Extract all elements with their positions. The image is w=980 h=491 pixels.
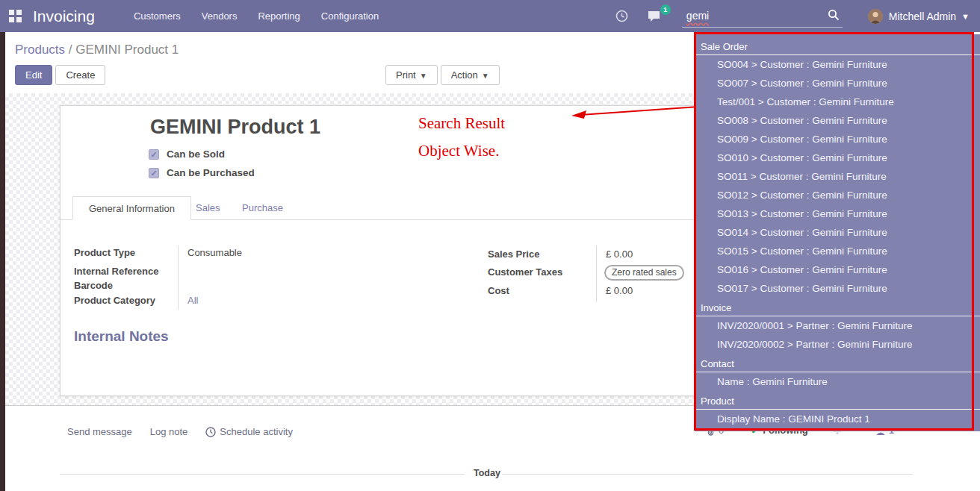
field-separator bbox=[178, 246, 179, 310]
action-dropdown-button[interactable]: Action▼ bbox=[441, 65, 500, 85]
avatar bbox=[868, 9, 883, 24]
left-edge-strip bbox=[0, 32, 5, 491]
can-be-sold-checkbox[interactable]: ✓ bbox=[149, 149, 159, 160]
clock-icon bbox=[615, 10, 628, 22]
product-type-label: Product Type bbox=[74, 247, 135, 258]
search-result-item[interactable]: Display Name : GEMINI Product 1 bbox=[695, 410, 980, 428]
message-count-badge: 1 bbox=[660, 4, 671, 15]
search-result-item[interactable]: SO007 > Customer : Gemini Furniture bbox=[695, 74, 980, 93]
edit-button[interactable]: Edit bbox=[15, 65, 52, 85]
product-type-value: Consumable bbox=[187, 247, 242, 258]
annotation-line1: Search Result bbox=[418, 110, 505, 137]
user-menu[interactable]: Mitchell Admin ▼ bbox=[868, 9, 970, 24]
product-category-label: Product Category bbox=[74, 295, 155, 306]
can-be-sold-label: Can be Sold bbox=[167, 148, 225, 160]
sales-price-value: £ 0.00 bbox=[606, 248, 633, 260]
schedule-activity-button[interactable]: Schedule activity bbox=[205, 426, 293, 437]
schedule-activity-label: Schedule activity bbox=[220, 426, 293, 437]
cost-label: Cost bbox=[488, 285, 509, 296]
divider-line bbox=[60, 474, 465, 475]
print-label: Print bbox=[396, 69, 416, 81]
can-be-sold-row: ✓ Can be Sold bbox=[149, 148, 225, 160]
annotation-arrow bbox=[564, 99, 702, 122]
send-message-button[interactable]: Send message bbox=[67, 426, 132, 437]
barcode-label: Barcode bbox=[74, 280, 113, 291]
schedule-clock-icon bbox=[205, 427, 216, 437]
search-result-item[interactable]: SO009 > Customer : Gemini Furniture bbox=[695, 130, 980, 148]
apps-grid-icon bbox=[9, 10, 22, 22]
customer-taxes-value: Zero rated sales bbox=[604, 265, 684, 281]
annotation-line2: Object Wise. bbox=[418, 137, 505, 165]
create-button[interactable]: Create bbox=[55, 65, 105, 85]
activities-button[interactable] bbox=[615, 10, 628, 22]
tab-general-information[interactable]: General Information bbox=[72, 196, 191, 220]
search-result-item[interactable]: SO014 > Customer : Gemini Furniture bbox=[695, 223, 980, 242]
search-result-item[interactable]: SO015 > Customer : Gemini Furniture bbox=[695, 242, 980, 260]
contact-results: Name : Gemini Furniture bbox=[695, 372, 980, 391]
search-result-item[interactable]: SO017 > Customer : Gemini Furniture bbox=[695, 279, 980, 298]
internal-reference-label: Internal Reference bbox=[74, 266, 158, 277]
field-separator bbox=[596, 246, 597, 302]
can-be-purchased-label: Can be Purchased bbox=[167, 167, 255, 178]
today-divider: Today bbox=[0, 468, 980, 480]
search-result-item[interactable]: INV/2020/0002 > Partner : Gemini Furnitu… bbox=[695, 335, 980, 354]
group-header-invoice: Invoice bbox=[695, 298, 980, 316]
search-value: gemi bbox=[682, 10, 709, 22]
search-result-item[interactable]: SO012 > Customer : Gemini Furniture bbox=[695, 186, 980, 204]
top-navbar: Invoicing CustomersVendorsReportingConfi… bbox=[0, 0, 980, 32]
group-header-sale-order: Sale Order bbox=[695, 37, 980, 55]
user-name: Mitchell Admin bbox=[889, 10, 956, 22]
search-input[interactable]: gemi bbox=[682, 5, 843, 28]
nav-menu-item[interactable]: Configuration bbox=[321, 10, 379, 22]
today-label: Today bbox=[474, 468, 500, 478]
chevron-down-icon: ▼ bbox=[961, 12, 970, 21]
search-result-item[interactable]: Name : Gemini Furniture bbox=[695, 372, 980, 391]
search-result-item[interactable]: SO010 > Customer : Gemini Furniture bbox=[695, 148, 980, 167]
product-title: GEMINI Product 1 bbox=[150, 116, 320, 139]
search-result-item[interactable]: INV/2020/0001 > Partner : Gemini Furnitu… bbox=[695, 316, 980, 335]
screen: Invoicing CustomersVendorsReportingConfi… bbox=[0, 0, 980, 491]
systray: 1 gemi Mitc bbox=[615, 5, 980, 28]
search-result-item[interactable]: SO011 > Customer : Gemini Furniture bbox=[695, 167, 980, 186]
main-menu: CustomersVendorsReportingConfiguration bbox=[134, 10, 379, 22]
can-be-purchased-checkbox[interactable]: ✓ bbox=[149, 168, 159, 178]
invoice-results: INV/2020/0001 > Partner : Gemini Furnitu… bbox=[695, 316, 980, 354]
nav-menu-item[interactable]: Customers bbox=[134, 10, 181, 22]
group-header-contact: Contact bbox=[695, 354, 980, 372]
customer-taxes-label: Customer Taxes bbox=[488, 266, 562, 278]
action-label: Action bbox=[451, 69, 478, 81]
breadcrumb-current: GEMINI Product 1 bbox=[75, 43, 179, 57]
cost-value: £ 0.00 bbox=[606, 285, 633, 296]
sale-order-results: SO004 > Customer : Gemini FurnitureSO007… bbox=[695, 55, 980, 298]
breadcrumb-products-link[interactable]: Products bbox=[15, 43, 65, 57]
search-result-item[interactable]: SO004 > Customer : Gemini Furniture bbox=[695, 55, 980, 74]
sales-price-label: Sales Price bbox=[488, 248, 539, 260]
nav-menu-item[interactable]: Reporting bbox=[258, 10, 300, 22]
can-be-purchased-row: ✓ Can be Purchased bbox=[149, 167, 255, 178]
nav-menu-item[interactable]: Vendors bbox=[202, 10, 238, 22]
apps-menu-button[interactable] bbox=[0, 10, 30, 22]
log-note-button[interactable]: Log note bbox=[150, 426, 188, 437]
internal-notes-heading: Internal Notes bbox=[74, 328, 169, 345]
search-result-item[interactable]: SO016 > Customer : Gemini Furniture bbox=[695, 260, 980, 279]
breadcrumb: Products / GEMINI Product 1 bbox=[15, 43, 179, 57]
product-results: Display Name : GEMINI Product 1 bbox=[695, 410, 980, 428]
caret-down-icon: ▼ bbox=[420, 72, 427, 80]
tax-tag[interactable]: Zero rated sales bbox=[604, 265, 684, 281]
product-category-value[interactable]: All bbox=[187, 295, 198, 306]
messages-button[interactable]: 1 bbox=[648, 10, 663, 22]
search-result-item[interactable]: SO013 > Customer : Gemini Furniture bbox=[695, 204, 980, 223]
group-header-product: Product bbox=[695, 391, 980, 410]
tab-purchase[interactable]: Purchase bbox=[226, 196, 299, 220]
breadcrumb-separator: / bbox=[69, 43, 72, 57]
search-result-item[interactable]: Test/001 > Customer : Gemini Furniture bbox=[695, 93, 980, 111]
caret-down-icon: ▼ bbox=[482, 72, 489, 80]
annotation-text: Search Result Object Wise. bbox=[418, 110, 505, 165]
app-title[interactable]: Invoicing bbox=[33, 7, 95, 25]
search-result-item[interactable]: SO008 > Customer : Gemini Furniture bbox=[695, 111, 980, 130]
divider-line bbox=[502, 474, 913, 475]
print-dropdown-button[interactable]: Print▼ bbox=[385, 65, 438, 85]
search-results-dropdown: Sale Order SO004 > Customer : Gemini Fur… bbox=[695, 34, 980, 431]
search-icon[interactable] bbox=[828, 9, 840, 23]
